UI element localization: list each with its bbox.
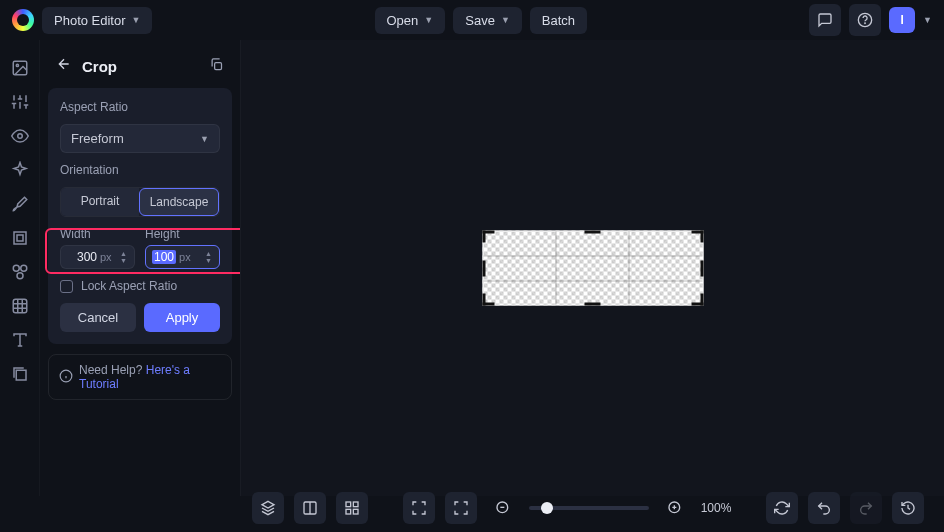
- tool-texture-icon[interactable]: [10, 296, 30, 316]
- tool-eye-icon[interactable]: [10, 126, 30, 146]
- height-label: Height: [145, 227, 220, 241]
- height-input[interactable]: 100: [152, 250, 176, 264]
- tool-shapes-icon[interactable]: [10, 262, 30, 282]
- info-icon: [59, 369, 73, 386]
- cancel-button[interactable]: Cancel: [60, 303, 136, 332]
- crop-corner-tr[interactable]: [691, 231, 703, 243]
- svg-point-4: [17, 134, 22, 139]
- svg-rect-5: [14, 232, 26, 244]
- avatar-chevron-icon[interactable]: ▼: [923, 15, 932, 25]
- aspect-ratio-label: Aspect Ratio: [60, 100, 220, 114]
- svg-point-9: [17, 273, 23, 279]
- crop-corner-tl[interactable]: [482, 231, 494, 243]
- history-icon[interactable]: [892, 492, 924, 524]
- save-label: Save: [465, 13, 495, 28]
- batch-button[interactable]: Batch: [530, 7, 587, 34]
- orientation-label: Orientation: [60, 163, 220, 177]
- panel-title: Crop: [82, 58, 199, 75]
- width-input-group[interactable]: px ▲▼: [60, 245, 135, 269]
- height-step-down[interactable]: ▼: [205, 258, 213, 264]
- save-button[interactable]: Save ▼: [453, 7, 522, 34]
- svg-point-7: [13, 265, 19, 271]
- help-text: Need Help? Here's a Tutorial: [79, 363, 221, 391]
- width-label: Width: [60, 227, 135, 241]
- avatar-letter: I: [900, 13, 903, 27]
- chevron-down-icon: ▼: [132, 15, 141, 25]
- svg-point-3: [16, 64, 18, 66]
- layers-toggle-icon[interactable]: [252, 492, 284, 524]
- zoom-thumb[interactable]: [541, 502, 553, 514]
- orientation-portrait[interactable]: Portrait: [61, 188, 139, 216]
- copy-icon[interactable]: [209, 57, 224, 76]
- apply-button[interactable]: Apply: [144, 303, 220, 332]
- tool-layers-icon[interactable]: [10, 364, 30, 384]
- zoom-slider[interactable]: [529, 506, 649, 510]
- fit-screen-icon[interactable]: [445, 492, 477, 524]
- app-dropdown[interactable]: Photo Editor ▼: [42, 7, 152, 34]
- height-step-up[interactable]: ▲: [205, 251, 213, 257]
- lock-aspect-label: Lock Aspect Ratio: [81, 279, 177, 293]
- app-dropdown-label: Photo Editor: [54, 13, 126, 28]
- svg-point-8: [20, 265, 26, 271]
- crop-corner-br[interactable]: [691, 294, 703, 306]
- tool-sparkle-icon[interactable]: [10, 160, 30, 180]
- chat-icon[interactable]: [809, 4, 841, 36]
- height-input-group[interactable]: 100 px ▲▼: [145, 245, 220, 269]
- tool-frame-icon[interactable]: [10, 228, 30, 248]
- fullscreen-icon[interactable]: [403, 492, 435, 524]
- zoom-percent: 100%: [701, 501, 732, 515]
- zoom-in-icon[interactable]: [659, 492, 691, 524]
- help-icon[interactable]: [849, 4, 881, 36]
- avatar[interactable]: I: [889, 7, 915, 33]
- svg-rect-15: [346, 502, 351, 507]
- svg-point-1: [865, 23, 866, 24]
- app-logo[interactable]: [12, 9, 34, 31]
- tool-image-icon[interactable]: [10, 58, 30, 78]
- width-step-up[interactable]: ▲: [120, 251, 128, 257]
- refresh-icon[interactable]: [766, 492, 798, 524]
- height-unit: px: [179, 251, 191, 263]
- lock-aspect-checkbox[interactable]: [60, 280, 73, 293]
- width-step-down[interactable]: ▼: [120, 258, 128, 264]
- width-input[interactable]: [67, 250, 97, 264]
- batch-label: Batch: [542, 13, 575, 28]
- svg-rect-17: [346, 509, 351, 514]
- open-label: Open: [387, 13, 419, 28]
- open-button[interactable]: Open ▼: [375, 7, 446, 34]
- tool-brush-icon[interactable]: [10, 194, 30, 214]
- crop-handle-top[interactable]: [585, 231, 601, 234]
- compare-icon[interactable]: [294, 492, 326, 524]
- aspect-ratio-value: Freeform: [71, 131, 124, 146]
- chevron-down-icon: ▼: [424, 15, 433, 25]
- grid-icon[interactable]: [336, 492, 368, 524]
- crop-handle-right[interactable]: [700, 260, 703, 276]
- svg-rect-18: [353, 509, 358, 514]
- orientation-landscape[interactable]: Landscape: [139, 188, 219, 216]
- chevron-down-icon: ▼: [200, 134, 209, 144]
- svg-rect-16: [353, 502, 358, 507]
- svg-rect-11: [16, 370, 26, 380]
- crop-corner-bl[interactable]: [482, 294, 494, 306]
- svg-rect-6: [17, 235, 23, 241]
- crop-handle-left[interactable]: [482, 260, 485, 276]
- crop-handle-bottom[interactable]: [585, 303, 601, 306]
- tool-adjust-icon[interactable]: [10, 92, 30, 112]
- aspect-ratio-select[interactable]: Freeform ▼: [60, 124, 220, 153]
- svg-rect-12: [215, 62, 222, 69]
- canvas-area[interactable]: [240, 40, 944, 496]
- redo-icon[interactable]: [850, 492, 882, 524]
- crop-frame[interactable]: [482, 231, 703, 306]
- undo-icon[interactable]: [808, 492, 840, 524]
- help-tutorial-box[interactable]: Need Help? Here's a Tutorial: [48, 354, 232, 400]
- tool-text-icon[interactable]: [10, 330, 30, 350]
- back-button[interactable]: [56, 56, 72, 76]
- width-unit: px: [100, 251, 112, 263]
- zoom-out-icon[interactable]: [487, 492, 519, 524]
- svg-rect-10: [13, 299, 27, 313]
- chevron-down-icon: ▼: [501, 15, 510, 25]
